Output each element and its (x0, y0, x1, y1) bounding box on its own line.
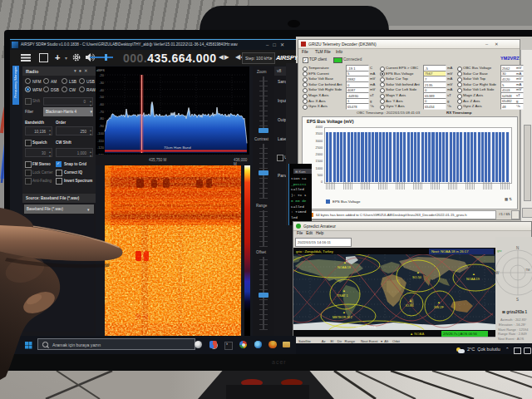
svg-text:N: N (516, 246, 519, 250)
svg-text:S: S (516, 298, 519, 302)
svg-text:▲: ▲ (343, 261, 347, 264)
svg-text:XW-2F: XW-2F (434, 306, 444, 309)
svg-text:▲: ▲ (437, 301, 441, 304)
svg-text:▲: ▲ (472, 273, 475, 276)
svg-text:NOAA 18: NOAA 18 (337, 266, 351, 269)
svg-text:▲: ▲ (416, 271, 420, 274)
svg-text:SO-50: SO-50 (412, 276, 421, 279)
svg-text:IO-86: IO-86 (406, 304, 414, 308)
svg-text:grv: grv (497, 249, 502, 253)
svg-text:▲: ▲ (409, 299, 412, 303)
svg-text:TISAT 1: TISAT 1 (337, 294, 348, 298)
svg-text:METEOR-M 2: METEOR-M 2 (332, 316, 352, 319)
svg-text:▲: ▲ (342, 311, 346, 314)
svg-text:▲: ▲ (342, 289, 346, 293)
svg-text:GRIZU-263A: GRIZU-263A (356, 325, 376, 329)
svg-text:NOAA 19: NOAA 19 (466, 278, 480, 281)
svg-text:TM: TM (525, 268, 530, 272)
svg-text:W: W (495, 271, 500, 275)
svg-text:70cm Ham Band: 70cm Ham Band (164, 145, 191, 150)
